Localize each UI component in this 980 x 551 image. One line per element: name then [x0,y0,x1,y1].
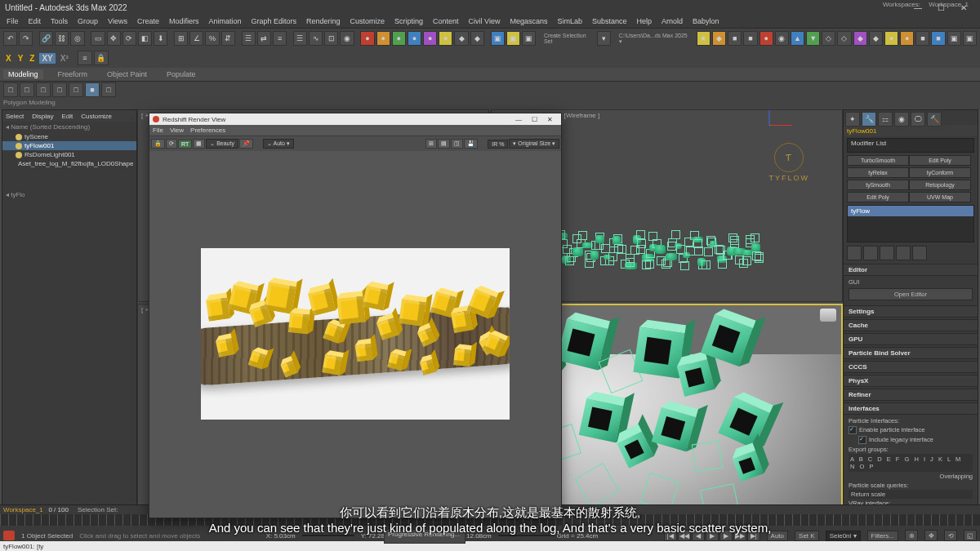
utilities-tab-icon[interactable]: 🔨 [927,112,942,127]
menu-scripting[interactable]: Scripting [391,16,426,26]
hierarchy-tab-icon[interactable]: ⚏ [878,112,893,127]
menu-babylon[interactable]: Babylon [689,16,723,26]
scale-query-dropdown[interactable]: Return scale [849,490,973,499]
config-icon[interactable] [912,246,927,260]
rollout-cache[interactable]: Cache [844,319,978,331]
pin-stack-icon[interactable] [847,246,862,260]
ribbon-tab-modeling[interactable]: Modeling [3,69,43,79]
menu-content[interactable]: Content [430,16,462,26]
checkbox[interactable] [858,436,866,444]
tool-a-icon[interactable]: ◆ [454,31,468,46]
auto-key-button[interactable]: Auto [767,531,788,541]
ext-a-icon[interactable]: ★ [697,31,710,46]
menu-modifiers[interactable]: Modifiers [166,16,203,26]
coord-z-input[interactable] [498,535,550,536]
prev-frame-icon[interactable]: ◀◀ [678,530,691,541]
explorer-sort[interactable]: ◂ Name (Sorted Descending) [2,122,136,132]
rv-min-button[interactable]: — [510,116,527,123]
show-end-icon[interactable] [863,246,878,260]
render-frame-icon[interactable]: ● [376,31,390,46]
ext-p-icon[interactable]: ■ [931,31,945,46]
checkbox[interactable] [849,426,857,434]
refresh-icon[interactable]: ⟳ [166,139,177,149]
link-icon[interactable]: 🔗 [39,31,53,46]
ext-n-icon[interactable]: ● [900,31,914,46]
rollout-pbsolver[interactable]: Particle Bind Solver [844,347,978,359]
play-icon[interactable]: ▶ [706,530,719,541]
object-name[interactable]: tyFlow001 [844,125,978,136]
lock-icon[interactable]: 🔒 [151,139,165,149]
visibility-icon[interactable] [16,143,22,149]
ribbon-tab-populate[interactable]: Populate [162,69,201,79]
snap-a-icon[interactable]: ⊞ [425,139,437,149]
rv-max-button[interactable]: ☐ [527,116,542,123]
undo-icon[interactable]: ↶ [3,31,17,46]
explorer-item[interactable]: RsDomeLight001 [2,150,136,159]
maxscript-listener[interactable]: tyFlow001: [ty [0,541,980,551]
snap-c-icon[interactable]: ◫ [451,139,463,149]
rollout-gpu[interactable]: GPU [844,333,978,345]
rollout-settings[interactable]: Settings [844,305,978,318]
open-editor-button[interactable]: Open Editor [849,288,973,300]
next-frame-icon[interactable]: ▶▶ [733,530,746,541]
ext-l-icon[interactable]: ◆ [869,31,883,46]
menu-edit[interactable]: Edit [25,16,45,26]
ext-e-icon[interactable]: ● [760,31,773,46]
axis-gizmo[interactable] [769,125,770,126]
modify-tab-icon[interactable]: 🔧 [862,112,876,127]
named-sel-icon[interactable]: ☰ [242,31,256,46]
menu-substance[interactable]: Substance [589,16,630,26]
motion-tab-icon[interactable]: ◉ [894,112,909,127]
ext-h-icon[interactable]: ▼ [806,31,820,46]
workspace-value[interactable]: Workspace_1 [925,0,972,9]
scale-icon[interactable]: ◧ [138,31,152,46]
preset-icon[interactable]: ● [423,31,437,46]
menu-group[interactable]: Group [74,16,101,26]
menu-grapheditors[interactable]: Graph Editors [247,16,300,26]
ext-i-icon[interactable]: ◇ [822,31,835,46]
script-rec-icon[interactable] [3,531,15,540]
workspace-chip[interactable]: Workspace_1 [3,506,43,513]
explorer-item[interactable]: Aset_tree_log_M_fl2fbojfa_LOD0Shape [2,159,136,168]
bucket-icon[interactable]: ▦ [193,139,205,149]
pct-snap-icon[interactable]: % [205,31,219,46]
pin-icon[interactable]: 📌 [239,139,253,149]
menu-views[interactable]: Views [105,16,131,26]
menu-help[interactable]: Help [634,16,656,26]
rollout-refiner[interactable]: Refiner [844,389,978,401]
rollout-physx[interactable]: PhysX [844,375,978,387]
iso-icon[interactable]: ≡ [78,51,92,65]
explorer-mini[interactable]: ◂ tyFlo [2,189,136,200]
sub-a-icon[interactable]: □ [3,82,18,97]
tool-d-icon[interactable]: ▣ [506,31,520,46]
ribbon-tab-objectpaint[interactable]: Object Paint [102,69,152,79]
size-dropdown[interactable]: ▾ Original Size ▾ [509,139,559,149]
ext-j-icon[interactable]: ◇ [837,31,851,46]
ext-c-icon[interactable]: ■ [728,31,742,46]
menu-create[interactable]: Create [134,16,163,26]
goto-end-icon[interactable]: ▶| [747,530,760,541]
menu-civilview[interactable]: Civil View [466,16,504,26]
prev-key-icon[interactable]: ◀ [692,530,705,541]
ribbon-tab-freeform[interactable]: Freeform [53,69,93,79]
align-icon[interactable]: ≡ [273,31,287,46]
create-tab-icon[interactable]: ✦ [845,112,860,127]
next-key-icon[interactable]: ▶ [719,530,733,541]
rt-icon[interactable]: ● [408,31,421,46]
explorer-item[interactable]: tyFlow001 [2,141,136,150]
redo-icon[interactable]: ↷ [19,31,33,46]
nav-d-icon[interactable]: ◱ [964,530,977,541]
unique-icon[interactable] [880,246,894,260]
layer-icon[interactable]: ☰ [293,31,307,46]
nav-b-icon[interactable]: ✥ [924,530,938,541]
ext-r-icon[interactable]: ▣ [963,31,977,46]
rollout-cccs[interactable]: CCCS [844,361,978,373]
spinner-snap-icon[interactable]: ⇵ [221,31,235,46]
snap-icon[interactable]: ⊞ [174,31,188,46]
modifier-stack[interactable]: tyFlow [847,205,974,242]
coord-x-input[interactable] [302,535,354,536]
aov-dropdown[interactable]: ⌄ Beauty [206,139,238,149]
snap-b-icon[interactable]: ▤ [438,139,450,149]
set-key-button[interactable]: Set K [795,531,819,541]
project-path[interactable]: C:\Users\Da...ds Max 2025 ▾ [617,33,690,45]
